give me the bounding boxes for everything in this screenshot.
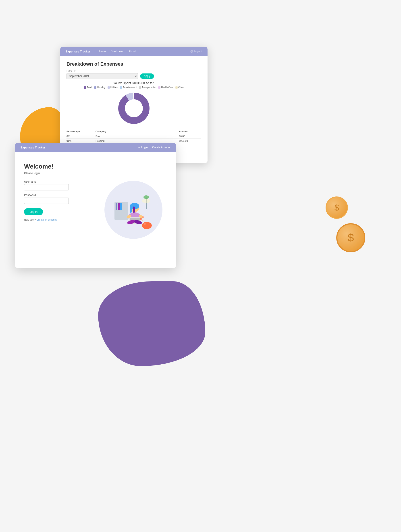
girl-illustration <box>108 184 159 235</box>
donut-chart <box>116 90 152 127</box>
login-nav-login[interactable]: → Login <box>138 146 148 149</box>
table-row: 0% Food $6.00 <box>67 134 201 139</box>
illustration-background <box>104 181 163 239</box>
breakdown-brand: Expenses Tracker <box>66 50 90 53</box>
login-illustration <box>91 152 176 268</box>
svg-rect-7 <box>120 203 122 210</box>
breakdown-nav-home[interactable]: Home <box>99 50 107 53</box>
legend-other: Other <box>175 86 184 89</box>
row1-cat: Food <box>95 135 179 138</box>
legend-entertainment: Entertainment <box>120 86 137 89</box>
coin-decoration-1: $ <box>326 196 348 219</box>
create-account-link[interactable]: Create an account. <box>37 218 57 221</box>
breakdown-content: Breakdown of Expenses Filter By Septembe… <box>60 56 207 149</box>
svg-point-27 <box>142 199 150 203</box>
login-button[interactable]: Log In <box>24 208 43 215</box>
username-input[interactable] <box>24 184 69 190</box>
legend-healthcare: Health Care <box>158 86 173 89</box>
breakdown-table: Percentage Category Amount 0% Food $6.00… <box>67 129 201 143</box>
login-nav-create-account[interactable]: Create Account <box>152 146 170 149</box>
filter-select-dropdown[interactable]: September 2019 <box>67 73 138 79</box>
breakdown-page-title: Breakdown of Expenses <box>67 61 201 67</box>
row2-amt: $950.00 <box>179 139 201 142</box>
login-body: Welcome! Please login. Username Password… <box>15 152 176 268</box>
row1-amt: $6.00 <box>179 135 201 138</box>
new-user-label: New user? <box>24 218 36 221</box>
svg-point-24 <box>140 218 142 220</box>
login-nav-icon: → <box>138 146 140 149</box>
breakdown-nav-breakdown[interactable]: Breakdown <box>111 50 124 53</box>
legend-housing: Housing <box>94 86 105 89</box>
please-login-text: Please login. <box>24 171 82 175</box>
svg-point-25 <box>142 216 144 218</box>
spent-title: You've spent $1036.00 so far! <box>67 81 201 85</box>
login-brand: Expenses Tracker <box>20 146 45 149</box>
filter-by-label: Filter By <box>67 70 201 72</box>
svg-rect-13 <box>130 207 132 213</box>
svg-rect-23 <box>146 222 147 224</box>
svg-point-22 <box>144 223 146 225</box>
legend-food: Food <box>84 86 92 89</box>
col-percentage: Percentage <box>67 130 95 133</box>
chart-section: You've spent $1036.00 so far! Food Housi… <box>67 81 201 127</box>
login-window: Expenses Tracker → Login Create Account … <box>15 143 176 268</box>
welcome-title: Welcome! <box>24 163 82 170</box>
filter-row: September 2019 Apply <box>67 73 201 79</box>
breakdown-logout-button[interactable]: ⏻ Logout <box>190 50 202 53</box>
password-input[interactable] <box>24 197 69 204</box>
row1-pct: 0% <box>67 135 95 138</box>
login-form-section: Welcome! Please login. Username Password… <box>15 152 91 268</box>
col-amount: Amount <box>179 130 201 133</box>
breakdown-navbar: Expenses Tracker Home Breakdown About ⏻ … <box>60 47 207 56</box>
coin-decoration-2: $ <box>336 223 365 252</box>
legend-transportation: Transportation <box>139 86 156 89</box>
username-label: Username <box>24 180 82 183</box>
svg-rect-6 <box>118 203 120 210</box>
login-nav-right: → Login Create Account <box>138 146 170 149</box>
col-category: Category <box>95 130 179 133</box>
svg-point-9 <box>144 195 149 199</box>
row2-pct: 91% <box>67 139 95 142</box>
table-header-row: Percentage Category Amount <box>67 129 201 134</box>
svg-point-26 <box>142 220 143 221</box>
apply-button[interactable]: Apply <box>140 73 154 79</box>
logout-icon: ⏻ <box>190 50 193 53</box>
login-navbar: Expenses Tracker → Login Create Account <box>15 143 176 152</box>
chart-legend: Food Housing Utilities Entertainment Tra… <box>67 86 201 89</box>
svg-rect-5 <box>116 203 117 210</box>
svg-rect-14 <box>133 207 135 213</box>
legend-utilities: Utilities <box>107 86 118 89</box>
table-row: 91% Housing $950.00 <box>67 139 201 143</box>
breakdown-nav-about[interactable]: About <box>129 50 136 53</box>
row2-cat: Housing <box>95 139 179 142</box>
password-label: Password <box>24 194 82 197</box>
svg-point-2 <box>125 99 143 117</box>
new-user-section: New user? Create an account. <box>24 218 82 221</box>
purple-blob-decoration <box>98 281 205 366</box>
